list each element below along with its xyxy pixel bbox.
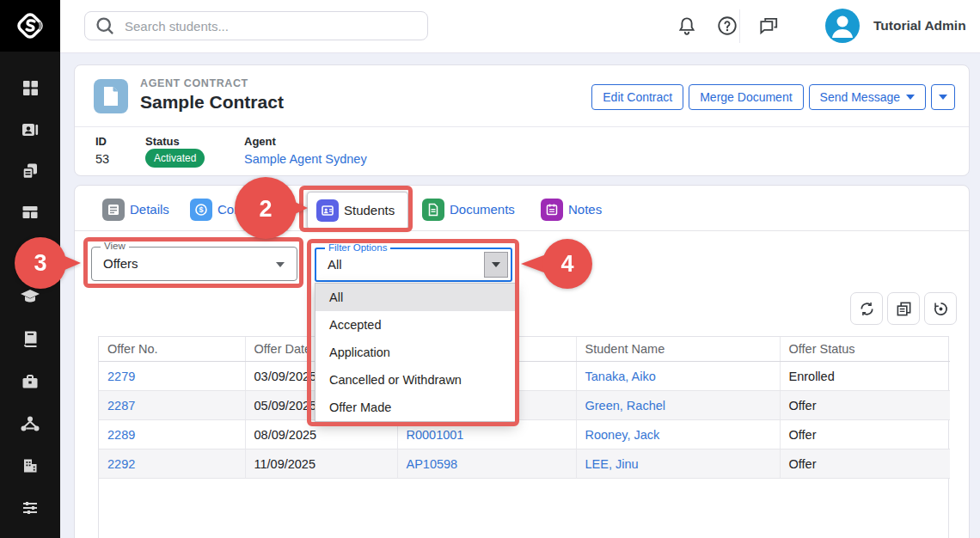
edit-contract-button[interactable]: Edit Contract (591, 84, 683, 110)
more-actions-button[interactable] (931, 84, 955, 110)
offer-link[interactable]: 2279 (107, 370, 135, 383)
student-name-link[interactable]: Green, Rachel (585, 399, 666, 413)
send-message-button[interactable]: Send Message (809, 84, 926, 110)
layout-icon (21, 203, 40, 222)
highlight-box-view-select (83, 237, 303, 288)
status-label: Status (145, 135, 180, 148)
col-offer-no: Offer No. (99, 337, 245, 362)
id-label: ID (95, 135, 107, 148)
id-value: 53 (95, 152, 109, 166)
header-actions: Edit Contract Merge Document Send Messag… (591, 84, 955, 110)
tab-documents[interactable]: Documents (450, 202, 515, 217)
sidebar-item-agents[interactable] (0, 413, 60, 435)
sidebar-item-pages[interactable] (0, 160, 60, 182)
sliders-icon (21, 498, 40, 517)
student-no-link[interactable]: R0001001 (407, 428, 464, 442)
history-icon (933, 301, 949, 317)
avatar[interactable] (825, 9, 860, 43)
help-icon (716, 15, 738, 37)
logo-icon (15, 10, 46, 41)
offer-status-cell: Offer (780, 420, 950, 449)
step-2-pin: 2 (232, 175, 311, 241)
details-tab-icon (102, 199, 125, 221)
edit-contract-label: Edit Contract (603, 90, 672, 104)
help-button[interactable] (716, 15, 738, 40)
table-actions (850, 292, 957, 325)
chevron-down-icon (939, 95, 947, 100)
tabs-divider (75, 230, 969, 231)
status-badge: Activated (145, 149, 205, 168)
contract-header-card: AGENT CONTRACT Sample Contract Edit Cont… (74, 64, 970, 176)
notifications-icon (676, 15, 698, 37)
offer-status-cell: Offer (780, 391, 950, 420)
student-name-link[interactable]: LEE, Jinu (585, 457, 639, 471)
sidebar-item-organisations[interactable] (0, 455, 60, 477)
dashboard-icon (21, 78, 40, 97)
refresh-button[interactable] (850, 292, 883, 325)
table-row: 2292 11/09/2025 AP10598 LEE, Jinu Offer (99, 449, 950, 479)
table-row: 2279 03/09/2025 Tanaka, Aiko Enrolled (99, 362, 950, 391)
app-logo[interactable] (0, 0, 60, 52)
history-button[interactable] (924, 292, 957, 325)
table-row: 2289 08/09/2025 R0001001 Rooney, Jack Of… (99, 420, 950, 449)
highlight-box-students-tab (299, 186, 413, 232)
svg-text:3: 3 (34, 250, 46, 276)
app-window: Tutorial Admin AGENT CONTRACT Sample Con… (0, 0, 980, 538)
chevron-down-icon (906, 95, 915, 100)
search-input[interactable] (123, 18, 419, 34)
sidebar-item-services[interactable] (0, 370, 60, 393)
pages-icon (21, 162, 40, 180)
offer-date-cell: 11/09/2025 (245, 449, 397, 479)
tab-details[interactable]: Details (130, 202, 169, 217)
document-icon (101, 86, 120, 107)
copy-button[interactable] (887, 292, 920, 325)
header-divider (75, 126, 969, 127)
students-icon (21, 119, 40, 138)
book-icon (21, 329, 40, 348)
highlight-box-filter-options (307, 239, 519, 426)
global-search[interactable] (84, 11, 428, 40)
agent-label: Agent (244, 135, 276, 148)
network-icon (20, 414, 40, 433)
table-header-row: Offer No. Offer Date Student Name Offer … (99, 337, 950, 362)
step-3-pin: 3 (12, 235, 83, 290)
tab-notes[interactable]: Notes (568, 202, 602, 217)
student-name-link[interactable]: Rooney, Jack (585, 428, 660, 442)
sidebar-item-layout[interactable] (0, 201, 60, 223)
svg-text:2: 2 (259, 196, 272, 222)
refresh-icon (859, 301, 875, 317)
agent-link[interactable]: Sample Agent Sydney (244, 152, 367, 166)
user-name[interactable]: Tutorial Admin (873, 18, 966, 34)
chat-button[interactable] (757, 15, 780, 40)
offer-link[interactable]: 2289 (107, 428, 135, 442)
commissions-tab-icon: $ (190, 199, 212, 221)
sidebar-item-settings[interactable] (0, 497, 60, 519)
merge-document-button[interactable]: Merge Document (689, 84, 803, 110)
sidebar-item-students[interactable] (0, 118, 60, 140)
sidebar-item-dashboard[interactable] (0, 76, 60, 99)
notes-tab-icon (541, 199, 563, 221)
record-category: AGENT CONTRACT (140, 77, 248, 89)
sidebar-item-subjects[interactable] (0, 327, 60, 350)
chat-icon (757, 15, 780, 37)
svg-text:$: $ (199, 205, 203, 214)
step-4-pin: 4 (519, 238, 593, 290)
briefcase-icon (21, 372, 40, 391)
topbar-divider (739, 9, 740, 43)
offers-table: Offer No. Offer Date Student Name Offer … (99, 337, 950, 479)
search-icon (94, 15, 116, 37)
building-icon (21, 456, 40, 475)
offer-status-cell: Offer (780, 449, 950, 479)
merge-document-label: Merge Document (700, 90, 792, 104)
contract-icon (94, 79, 128, 113)
student-no-link[interactable]: AP10598 (407, 457, 458, 471)
user-icon (825, 9, 860, 43)
offer-link[interactable]: 2287 (107, 399, 135, 413)
col-offer-status: Offer Status (780, 337, 950, 362)
offer-status-cell: Enrolled (780, 362, 950, 391)
page-title: Sample Contract (140, 92, 284, 113)
documents-tab-icon (422, 199, 444, 221)
student-name-link[interactable]: Tanaka, Aiko (585, 370, 656, 383)
offer-link[interactable]: 2292 (107, 457, 135, 471)
notifications-button[interactable] (676, 15, 698, 40)
